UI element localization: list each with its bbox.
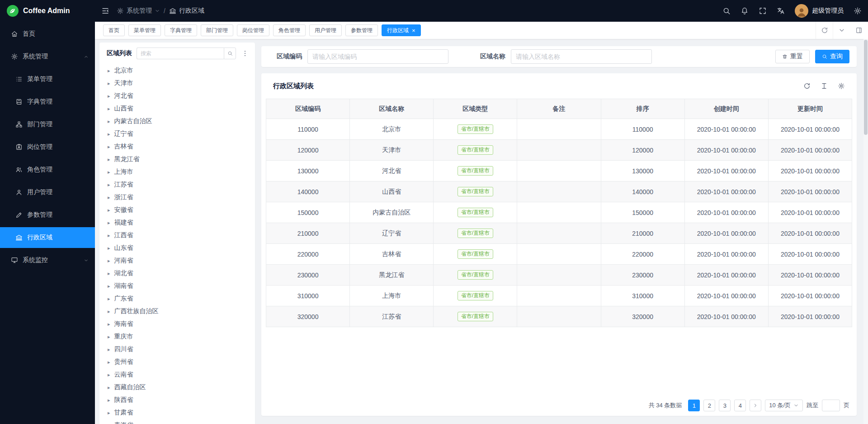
tree-item[interactable]: ▸ 广西壮族自治区	[104, 305, 255, 318]
caret-right-icon[interactable]: ▸	[108, 182, 110, 187]
caret-right-icon[interactable]: ▸	[108, 347, 110, 352]
tab[interactable]: 菜单管理	[128, 24, 161, 36]
menu-fold-icon[interactable]	[101, 7, 109, 15]
caret-right-icon[interactable]: ▸	[108, 360, 110, 365]
breadcrumb-system-management[interactable]: 系统管理	[117, 7, 160, 15]
tree-item[interactable]: ▸ 江西省	[104, 229, 255, 242]
tab[interactable]: 用户管理	[309, 24, 342, 36]
next-page-button[interactable]	[750, 400, 761, 411]
tab-menu-chevron-down-icon[interactable]	[833, 22, 850, 39]
region-code-input[interactable]	[307, 49, 448, 64]
tree-item[interactable]: ▸ 山西省	[104, 102, 255, 115]
caret-right-icon[interactable]: ▸	[108, 246, 110, 251]
search-icon[interactable]	[722, 7, 731, 15]
sidebar-item-department-management[interactable]: 部门管理	[0, 114, 95, 135]
jump-page-input[interactable]	[822, 400, 840, 411]
tree-item[interactable]: ▸ 上海市	[104, 166, 255, 178]
tree-item[interactable]: ▸ 海南省	[104, 318, 255, 330]
caret-right-icon[interactable]: ▸	[108, 119, 110, 124]
caret-right-icon[interactable]: ▸	[108, 271, 110, 276]
tree-item[interactable]: ▸ 四川省	[104, 343, 255, 356]
region-name-input[interactable]	[511, 49, 652, 64]
reset-button[interactable]: 重置	[775, 50, 810, 63]
column-width-icon[interactable]	[821, 82, 828, 90]
caret-right-icon[interactable]: ▸	[108, 94, 110, 99]
caret-right-icon[interactable]: ▸	[108, 208, 110, 213]
sidebar-item-user-management[interactable]: 用户管理	[0, 182, 95, 203]
refresh-icon[interactable]	[816, 22, 833, 39]
caret-right-icon[interactable]: ▸	[108, 157, 110, 162]
tree-search-input[interactable]	[137, 48, 224, 59]
caret-right-icon[interactable]: ▸	[108, 410, 110, 415]
page-size-select[interactable]: 10 条/页	[765, 400, 803, 411]
page-button-4[interactable]: 4	[734, 400, 746, 411]
caret-right-icon[interactable]: ▸	[108, 398, 110, 403]
tree-item[interactable]: ▸ 山东省	[104, 242, 255, 254]
caret-right-icon[interactable]: ▸	[108, 322, 110, 327]
tree-item[interactable]: ▸ 河北省	[104, 90, 255, 102]
translate-icon[interactable]	[777, 7, 785, 15]
sidebar-item-menu-management[interactable]: 菜单管理	[0, 69, 95, 90]
page-button-2[interactable]: 2	[703, 400, 715, 411]
caret-right-icon[interactable]: ▸	[108, 68, 110, 73]
tab[interactable]: 部门管理	[201, 24, 233, 36]
sidebar-item-home[interactable]: 首页	[0, 24, 95, 44]
tree-item[interactable]: ▸ 黑龙江省	[104, 153, 255, 166]
caret-right-icon[interactable]: ▸	[108, 233, 110, 238]
tree-item[interactable]: ▸ 陕西省	[104, 394, 255, 406]
tab[interactable]: 角色管理	[273, 24, 306, 36]
tree-item[interactable]: ▸ 江苏省	[104, 178, 255, 191]
caret-right-icon[interactable]: ▸	[108, 258, 110, 263]
tree-item[interactable]: ▸ 天津市	[104, 77, 255, 90]
caret-right-icon[interactable]: ▸	[108, 385, 110, 390]
caret-right-icon[interactable]: ▸	[108, 296, 110, 301]
tree-item[interactable]: ▸ 青海省	[104, 419, 255, 424]
tree-item[interactable]: ▸ 西藏自治区	[104, 381, 255, 394]
scrollbar-thumb[interactable]	[864, 40, 868, 135]
caret-right-icon[interactable]: ▸	[108, 334, 110, 339]
refresh-icon[interactable]	[803, 82, 811, 90]
tab[interactable]: 岗位管理	[237, 24, 269, 36]
settings-gear-icon[interactable]	[854, 7, 862, 15]
caret-right-icon[interactable]: ▸	[108, 372, 110, 377]
tab[interactable]: 字典管理	[165, 24, 197, 36]
caret-right-icon[interactable]: ▸	[108, 309, 110, 314]
caret-right-icon[interactable]: ▸	[108, 106, 110, 111]
tree-item[interactable]: ▸ 北京市	[104, 64, 255, 77]
tree-search-icon[interactable]	[224, 48, 236, 59]
tab-active-admin-region[interactable]: 行政区域 ×	[382, 24, 421, 36]
fullscreen-icon[interactable]	[759, 7, 767, 15]
caret-right-icon[interactable]: ▸	[108, 195, 110, 200]
sidebar-item-parameter-management[interactable]: 参数管理	[0, 205, 95, 225]
tree-item[interactable]: ▸ 内蒙古自治区	[104, 115, 255, 128]
app-logo[interactable]: Coffee Admin	[0, 0, 95, 22]
tree-item[interactable]: ▸ 贵州省	[104, 356, 255, 368]
user-menu[interactable]: 超级管理员	[795, 4, 844, 18]
caret-right-icon[interactable]: ▸	[108, 132, 110, 137]
tree-item[interactable]: ▸ 湖南省	[104, 280, 255, 292]
tree-item[interactable]: ▸ 广东省	[104, 292, 255, 305]
tree-item[interactable]: ▸ 湖北省	[104, 267, 255, 280]
tree-item[interactable]: ▸ 河南省	[104, 254, 255, 267]
tab[interactable]: 首页	[103, 24, 125, 36]
tab[interactable]: 参数管理	[345, 24, 378, 36]
sidebar-item-system-management[interactable]: 系统管理	[0, 46, 95, 67]
notification-bell-icon[interactable]	[741, 7, 749, 15]
caret-right-icon[interactable]: ▸	[108, 144, 110, 149]
tree-item[interactable]: ▸ 浙江省	[104, 191, 255, 204]
layout-setting-icon[interactable]	[854, 22, 864, 39]
tree-item[interactable]: ▸ 重庆市	[104, 330, 255, 343]
sidebar-item-dictionary-management[interactable]: 字典管理	[0, 91, 95, 112]
tree-item[interactable]: ▸ 辽宁省	[104, 128, 255, 140]
tree-item[interactable]: ▸ 吉林省	[104, 140, 255, 153]
page-button-3[interactable]: 3	[719, 400, 731, 411]
close-icon[interactable]: ×	[412, 28, 415, 33]
tree-item[interactable]: ▸ 甘肃省	[104, 406, 255, 419]
tree-item[interactable]: ▸ 云南省	[104, 368, 255, 381]
sidebar-item-post-management[interactable]: 岗位管理	[0, 137, 95, 157]
sidebar-item-role-management[interactable]: 角色管理	[0, 159, 95, 180]
table-settings-gear-icon[interactable]	[838, 82, 845, 90]
tree-item[interactable]: ▸ 安徽省	[104, 204, 255, 216]
caret-right-icon[interactable]: ▸	[108, 170, 110, 175]
page-button-1[interactable]: 1	[688, 400, 700, 411]
